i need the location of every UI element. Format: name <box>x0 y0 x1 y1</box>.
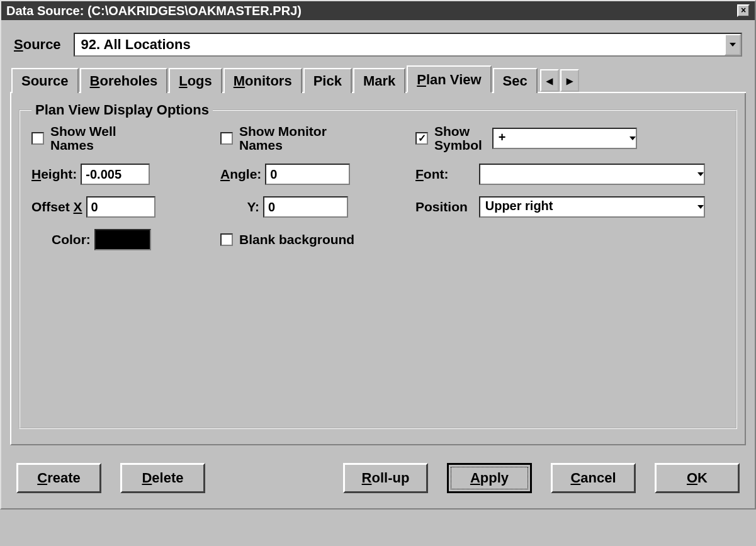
color-field: Color: <box>31 229 220 250</box>
font-label: Font: <box>415 167 473 182</box>
svg-marker-2 <box>697 172 704 176</box>
apply-button[interactable]: Apply <box>447 463 532 493</box>
show-symbol-label: ShowSymbol <box>434 125 482 152</box>
close-button[interactable]: × <box>737 4 750 17</box>
checkbox-icon[interactable] <box>31 132 44 145</box>
font-combo-value <box>480 165 697 184</box>
blank-background-checkbox[interactable]: Blank background <box>220 233 415 247</box>
font-combo[interactable] <box>479 164 705 185</box>
position-combo[interactable]: Upper right <box>479 196 705 218</box>
dropdown-arrow-icon[interactable] <box>629 129 636 148</box>
offsetx-field: Offset X <box>31 196 220 218</box>
color-swatch[interactable] <box>94 229 151 250</box>
cancel-button[interactable]: Cancel <box>551 463 636 493</box>
dropdown-arrow-icon[interactable] <box>725 34 741 55</box>
dropdown-arrow-icon[interactable] <box>697 165 704 184</box>
delete-button[interactable]: Delete <box>120 463 205 493</box>
tab-scroll-left[interactable]: ◂ <box>540 69 559 92</box>
offsetx-input[interactable] <box>86 196 155 218</box>
svg-marker-1 <box>629 136 636 140</box>
group-legend: Plan View Display Options <box>31 102 213 118</box>
checkbox-icon[interactable] <box>220 233 233 246</box>
create-button[interactable]: Create <box>16 463 101 493</box>
show-symbol-row: ShowSymbol + <box>415 125 705 152</box>
rollup-button[interactable]: Roll-up <box>343 463 428 493</box>
tab-mark[interactable]: Mark <box>353 68 405 93</box>
height-input[interactable] <box>81 164 150 185</box>
tab-plan-view[interactable]: Plan View <box>407 65 491 93</box>
font-field: Font: <box>415 164 705 185</box>
title-bar: Data Source: (C:\OAKRIDGES\OAKMASTER.PRJ… <box>1 1 755 20</box>
tab-scroll-right[interactable]: ▸ <box>560 69 579 92</box>
show-monitor-names-checkbox[interactable]: Show MonitorNames <box>220 125 415 152</box>
source-combo-value: 92. All Locations <box>75 34 725 55</box>
tab-panel-plan-view: Plan View Display Options Show WellNames… <box>10 93 746 445</box>
tab-pick[interactable]: Pick <box>303 68 352 93</box>
source-combo[interactable]: 92. All Locations <box>74 33 742 57</box>
dialog-window: Data Source: (C:\OAKRIDGES\OAKMASTER.PRJ… <box>0 0 756 510</box>
offsety-field: Y: <box>220 196 415 218</box>
height-field: Height: <box>31 164 220 185</box>
options-grid: Show WellNames Show MonitorNames ShowSym… <box>31 125 725 250</box>
angle-label: Angle: <box>220 167 261 182</box>
client-area: Source 92. All Locations Source Borehole… <box>1 20 755 508</box>
offsetx-label: Offset X <box>31 199 82 214</box>
angle-field: Angle: <box>220 164 415 185</box>
color-label: Color: <box>52 232 91 247</box>
symbol-combo-value: + <box>494 129 629 148</box>
angle-input[interactable] <box>265 164 350 185</box>
checkbox-icon[interactable] <box>220 132 233 145</box>
height-label: Height: <box>31 167 77 182</box>
dropdown-arrow-icon[interactable] <box>697 198 704 216</box>
tab-logs[interactable]: Logs <box>169 68 222 93</box>
blank-background-label: Blank background <box>239 233 354 247</box>
svg-marker-0 <box>730 43 736 47</box>
offsety-label: Y: <box>220 199 259 214</box>
plan-view-options-group: Plan View Display Options Show WellNames… <box>19 102 737 429</box>
show-well-names-label: Show WellNames <box>50 125 116 152</box>
show-well-names-checkbox[interactable]: Show WellNames <box>31 125 220 152</box>
position-label: Position <box>415 199 473 214</box>
position-field: Position Upper right <box>415 196 705 218</box>
checkbox-icon[interactable] <box>415 132 428 145</box>
tab-sections[interactable]: Sec <box>493 68 538 93</box>
button-row: Create Delete Roll-up Apply Cancel OK <box>10 445 746 497</box>
svg-marker-3 <box>697 205 704 209</box>
ok-button[interactable]: OK <box>655 463 740 493</box>
tab-strip: Source Boreholes Logs Monitors Pick Mark… <box>10 65 746 93</box>
tab-boreholes[interactable]: Boreholes <box>80 68 168 93</box>
symbol-combo[interactable]: + <box>492 128 637 149</box>
spacer <box>224 463 324 493</box>
source-label: Source <box>14 36 61 53</box>
window-title: Data Source: (C:\OAKRIDGES\OAKMASTER.PRJ… <box>6 4 302 18</box>
tab-source[interactable]: Source <box>11 68 79 93</box>
offsety-input[interactable] <box>263 196 348 218</box>
show-monitor-names-label: Show MonitorNames <box>239 125 327 152</box>
show-symbol-checkbox[interactable]: ShowSymbol <box>415 125 482 152</box>
tab-monitors[interactable]: Monitors <box>223 68 302 93</box>
source-row: Source 92. All Locations <box>10 26 746 65</box>
position-combo-value: Upper right <box>480 198 697 216</box>
